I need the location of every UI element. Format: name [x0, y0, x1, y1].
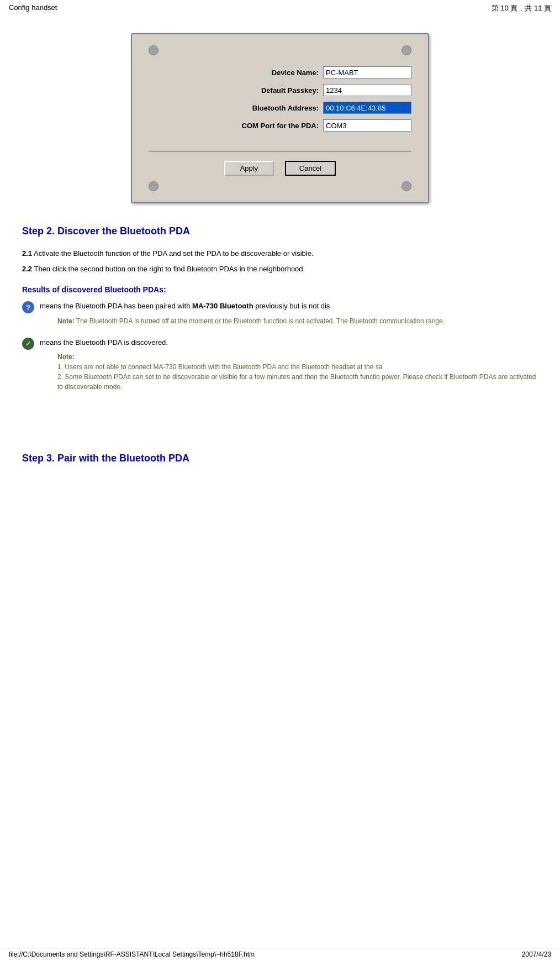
- page-header: Config handset 第 10 頁，共 11 頁: [0, 0, 560, 17]
- note-box-2: Note: 1. Users are not able to connect M…: [57, 352, 538, 392]
- question-icon: ?: [22, 301, 34, 313]
- dialog-corner-top-left: [149, 45, 159, 55]
- note-label-2: Note:: [57, 353, 75, 361]
- spacer: [22, 403, 538, 436]
- dialog-divider: [149, 151, 411, 152]
- dialog-box: Device Name: Default Passkey: Bluetooth …: [131, 33, 429, 203]
- note-text-2b: 2. Some Bluetooth PDAs can set to be dis…: [57, 372, 538, 392]
- button-row: Apply Cancel: [149, 161, 411, 176]
- page-footer: file://C:\Documents and Settings\RF-ASSI…: [0, 948, 560, 960]
- step2-text-1: Activate the Bluetooth function of the P…: [34, 249, 314, 258]
- bluetooth-address-row: Bluetooth Address:: [149, 102, 411, 114]
- footer-right: 2007/4/23: [522, 951, 551, 958]
- com-port-label: COM Port for the PDA:: [208, 122, 319, 130]
- result-text-bold-1: MA-730 Bluetooth: [192, 302, 253, 310]
- check-icon: ✓: [22, 338, 34, 350]
- dialog-top-row: [149, 45, 411, 55]
- results-heading: Results of discovered Bluetooth PDAs:: [22, 285, 538, 294]
- note-text-2a: 1. Users are not able to connect MA-730 …: [57, 362, 538, 372]
- com-port-input[interactable]: [323, 119, 411, 132]
- result-text-2: means the Bluetooth PDA is discovered. N…: [40, 337, 538, 397]
- bluetooth-address-input[interactable]: [323, 102, 411, 114]
- result-text-plain-2: means the Bluetooth PDA is discovered.: [40, 338, 168, 347]
- device-name-row: Device Name:: [149, 66, 411, 78]
- step2-item-2: 2.2 Then click the second button on the …: [22, 264, 538, 275]
- cancel-button[interactable]: Cancel: [285, 161, 336, 176]
- step2-text-2: Then click the second button on the righ…: [34, 265, 305, 273]
- passkey-row: Default Passkey:: [149, 84, 411, 96]
- main-content: Device Name: Default Passkey: Bluetooth …: [0, 17, 560, 481]
- device-name-input[interactable]: [323, 66, 411, 78]
- header-left: Config handset: [9, 3, 57, 13]
- result-text-plain-1: means the Bluetooth PDA has been paired …: [40, 302, 192, 310]
- result-item-2: ✓ means the Bluetooth PDA is discovered.…: [22, 337, 538, 397]
- result-item-1: ? means the Bluetooth PDA has been paire…: [22, 301, 538, 330]
- result-text-1: means the Bluetooth PDA has been paired …: [40, 301, 538, 330]
- step2-num-1: 2.1: [22, 249, 32, 258]
- com-port-row: COM Port for the PDA:: [149, 119, 411, 132]
- form-section: Device Name: Default Passkey: Bluetooth …: [149, 61, 411, 143]
- note-text-1: The Bluetooth PDA is turned off at the m…: [76, 317, 445, 325]
- dialog-corner-top-right: [401, 45, 411, 55]
- result-text-after-1: previously but is not dis: [253, 302, 330, 310]
- footer-left: file://C:\Documents and Settings\RF-ASSI…: [9, 951, 255, 958]
- step2-heading: Step 2. Discover the Bluetooth PDA: [22, 225, 538, 237]
- bluetooth-address-label: Bluetooth Address:: [208, 104, 319, 112]
- dialog-container: Device Name: Default Passkey: Bluetooth …: [22, 33, 538, 203]
- header-right: 第 10 頁，共 11 頁: [492, 3, 551, 13]
- step2-item-1: 2.1 Activate the Bluetooth function of t…: [22, 248, 538, 259]
- question-icon-circle: ?: [22, 301, 34, 313]
- apply-button[interactable]: Apply: [224, 161, 274, 176]
- dialog-bottom-row: [149, 181, 411, 191]
- dialog-corner-bottom-left: [149, 181, 159, 191]
- step3-heading: Step 3. Pair with the Bluetooth PDA: [22, 453, 538, 464]
- passkey-input[interactable]: [323, 84, 411, 96]
- dialog-corner-bottom-right: [401, 181, 411, 191]
- passkey-label: Default Passkey:: [208, 86, 319, 95]
- note-box-1: Note: The Bluetooth PDA is turned off at…: [57, 316, 538, 326]
- check-icon-circle: ✓: [22, 338, 34, 350]
- device-name-label: Device Name:: [208, 69, 319, 77]
- note-label-1: Note:: [57, 317, 75, 325]
- step2-num-2: 2.2: [22, 265, 32, 273]
